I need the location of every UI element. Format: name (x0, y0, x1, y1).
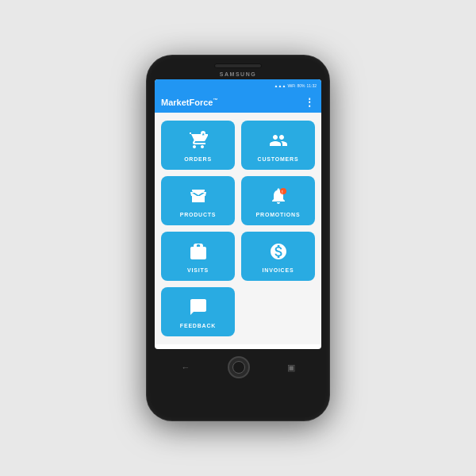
phone-speaker (214, 63, 262, 68)
grid-item-orders[interactable]: ★ ORDERS (161, 121, 235, 170)
status-signal: ▲▲▲ (274, 83, 286, 88)
grid-item-invoices[interactable]: INVOICES (241, 232, 315, 281)
products-label: PRODUCTS (180, 212, 217, 217)
visits-label: VISITS (187, 267, 209, 273)
chat-icon (189, 298, 208, 320)
phone-screen: ▲▲▲ WiFi 80% 11:32 MarketForce™ ⋮ (155, 79, 321, 349)
home-button-inner (232, 361, 245, 374)
status-icons: ▲▲▲ WiFi 80% 11:32 (274, 83, 317, 88)
cart-icon: ★ (189, 131, 208, 153)
grid-item-customers[interactable]: CUSTOMERS (241, 121, 315, 170)
grid-item-products[interactable]: PRODUCTS (161, 176, 235, 225)
header-menu-button[interactable]: ⋮ (305, 97, 315, 108)
status-wifi: WiFi (287, 83, 295, 88)
promotions-label: PROMOTIONS (256, 212, 301, 217)
briefcase-icon (189, 242, 208, 264)
phone-device: SAMSUNG ▲▲▲ WiFi 80% 11:32 MarketForce™ … (147, 56, 329, 420)
dollar-icon (269, 242, 288, 264)
app-grid: ★ ORDERS CUSTOMERS (155, 113, 321, 344)
grid-item-visits[interactable]: VISITS (161, 232, 235, 281)
store-icon (189, 186, 208, 209)
invoices-label: INVOICES (263, 267, 294, 273)
back-button[interactable]: ← (182, 363, 190, 372)
orders-label: ORDERS (184, 156, 212, 162)
status-time: 11:32 (306, 83, 317, 88)
home-button[interactable] (228, 356, 250, 378)
feedback-label: FEEDBACK (180, 323, 216, 328)
status-bar: ▲▲▲ WiFi 80% 11:32 (155, 79, 321, 92)
phone-nav: ← ▣ (155, 353, 321, 382)
status-battery: 80% (297, 83, 305, 88)
recent-button[interactable]: ▣ (287, 363, 295, 373)
customers-label: CUSTOMERS (258, 156, 299, 162)
bell-icon: ! (269, 186, 288, 209)
grid-item-feedback[interactable]: FEEDBACK (161, 287, 235, 336)
app-header: MarketForce™ ⋮ (155, 92, 321, 113)
people-icon (269, 131, 288, 153)
phone-brand: SAMSUNG (155, 71, 321, 77)
app-title: MarketForce™ (161, 98, 217, 107)
grid-item-promotions[interactable]: ! PROMOTIONS (241, 176, 315, 225)
